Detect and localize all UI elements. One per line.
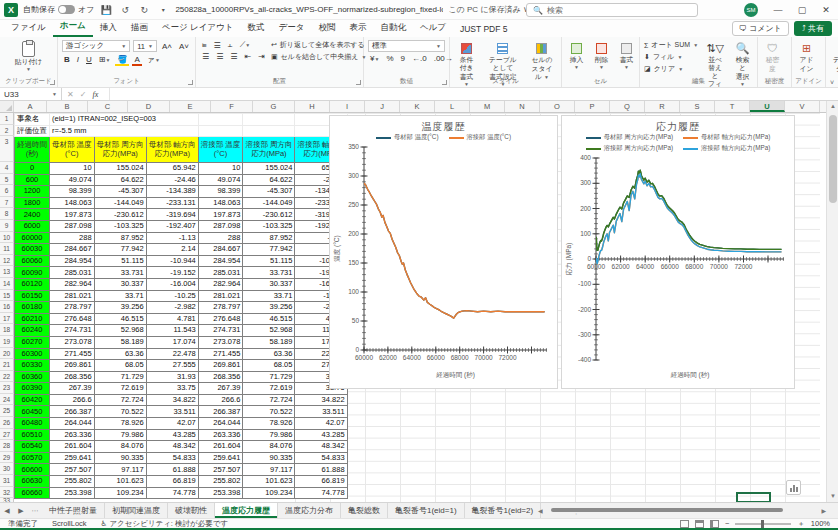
cell[interactable]: 281.021 — [198, 290, 243, 302]
cell[interactable]: 257.507 — [198, 464, 243, 476]
cell[interactable]: 68.05 — [94, 360, 146, 372]
cell[interactable]: 60390 — [15, 383, 50, 395]
percent-button[interactable]: % — [384, 54, 395, 63]
row-header-27[interactable]: 27 — [0, 429, 14, 441]
cell[interactable]: 97.117 — [243, 464, 295, 476]
row-header-19[interactable]: 19 — [0, 336, 14, 348]
cell[interactable]: 263.336 — [198, 429, 243, 441]
insert-cells-button[interactable]: 挿入▼ — [566, 40, 587, 72]
column-header-A[interactable]: A — [14, 101, 47, 112]
cell[interactable]: 68.05 — [243, 360, 295, 372]
cell[interactable]: 155.024 — [243, 163, 295, 175]
cell[interactable]: 267.39 — [198, 383, 243, 395]
sheet-nav-left-icon[interactable]: ◀ — [0, 503, 14, 518]
cell[interactable]: 48.342 — [146, 441, 198, 453]
column-header-O[interactable]: O — [540, 101, 575, 112]
cell[interactable]: 65.942 — [146, 163, 198, 175]
row-header-28[interactable]: 28 — [0, 440, 14, 452]
column-header-T[interactable]: T — [715, 101, 750, 112]
cell[interactable]: 60420 — [15, 394, 50, 406]
orientation-button[interactable]: ⟋▼ — [238, 40, 253, 50]
cell[interactable]: 78.926 — [243, 418, 295, 430]
align-middle-button[interactable]: ☰ — [212, 41, 223, 50]
increase-indent-button[interactable]: ⇥ — [256, 52, 267, 61]
cell[interactable]: 33.511 — [146, 406, 198, 418]
ribbon-tab-ヘルプ[interactable]: ヘルプ — [413, 20, 453, 37]
normal-view-icon[interactable] — [680, 520, 689, 528]
cell[interactable]: 74.778 — [146, 487, 198, 499]
row-header-21[interactable]: 21 — [0, 359, 14, 371]
cell[interactable]: 60450 — [15, 406, 50, 418]
cell[interactable]: 77.942 — [94, 244, 146, 256]
cell[interactable]: 253.398 — [198, 487, 243, 499]
cell[interactable]: 71.729 — [94, 371, 146, 383]
row-header-1[interactable]: 1 — [0, 113, 14, 125]
cell[interactable]: 70.522 — [94, 406, 146, 418]
column-header-S[interactable]: S — [680, 101, 715, 112]
phonetic-button[interactable]: ァ▼ — [145, 54, 162, 65]
cell[interactable]: 46.515 — [94, 313, 146, 325]
align-top-button[interactable]: ⫢ — [200, 40, 209, 50]
cell[interactable]: 63.36 — [243, 348, 295, 360]
zoom-level[interactable]: 100% — [811, 519, 830, 528]
merge-center-button[interactable]: ▣セルを結合して中央揃え ▼ — [271, 52, 367, 62]
cell[interactable]: 72.619 — [243, 383, 295, 395]
cell[interactable]: 287.098 — [198, 220, 243, 232]
save-icon[interactable]: 💾 — [99, 5, 113, 15]
column-header-U[interactable]: U — [750, 101, 785, 112]
cell[interactable]: 74.778 — [295, 487, 347, 499]
cell[interactable]: -1.13 — [146, 232, 198, 244]
avatar[interactable]: SM — [744, 3, 758, 17]
cell[interactable]: 271.455 — [198, 348, 243, 360]
column-header-G[interactable]: G — [253, 101, 295, 112]
name-box[interactable]: U33▼ — [0, 88, 62, 100]
cell[interactable]: -2.982 — [146, 302, 198, 314]
excel-app-icon[interactable]: X — [4, 3, 18, 17]
cell[interactable]: 42.07 — [146, 418, 198, 430]
cell[interactable]: 63.36 — [94, 348, 146, 360]
cell[interactable]: 84.076 — [94, 441, 146, 453]
cell[interactable]: 284.954 — [50, 255, 95, 267]
cell[interactable]: 284.954 — [198, 255, 243, 267]
paste-button[interactable]: 貼り付け▼ — [12, 40, 46, 74]
analyze-data-button[interactable]: ◫ データ分析 — [830, 40, 838, 74]
addins-button[interactable]: ⊞ アドイン — [796, 40, 817, 74]
cell[interactable]: -103.325 — [243, 220, 295, 232]
align-bottom-button[interactable]: ⫠ — [226, 40, 235, 50]
ribbon-tab-表示[interactable]: 表示 — [342, 20, 373, 37]
cell[interactable]: 54.833 — [295, 452, 347, 464]
cell[interactable]: 268.356 — [50, 371, 95, 383]
italic-button[interactable]: I — [75, 55, 81, 64]
grow-font-button[interactable]: A˄ — [160, 42, 174, 51]
cell[interactable]: 257.507 — [50, 464, 95, 476]
cell[interactable]: 1800 — [15, 197, 50, 209]
dialog-launcher-icon[interactable] — [442, 80, 447, 85]
column-title[interactable]: 溶接部 周方向応力(MPa) — [243, 137, 295, 163]
cancel-icon[interactable]: ✕ — [67, 90, 74, 99]
row-header-20[interactable]: 20 — [0, 348, 14, 360]
row-header-10[interactable]: 10 — [0, 232, 14, 244]
cell[interactable]: 33.731 — [94, 267, 146, 279]
cell[interactable]: 282.964 — [50, 278, 95, 290]
sheet-tab-中性子照射量[interactable]: 中性子照射量 — [42, 503, 105, 518]
cell[interactable]: 72.619 — [94, 383, 146, 395]
cell[interactable]: 276.648 — [198, 313, 243, 325]
cell[interactable]: 33.75 — [146, 383, 198, 395]
column-header-R[interactable]: R — [645, 101, 680, 112]
clear-button[interactable]: ◪クリア ▼ — [644, 64, 698, 74]
row-header-29[interactable]: 29 — [0, 452, 14, 464]
cell[interactable]: -19.152 — [146, 267, 198, 279]
cell[interactable]: 255.802 — [198, 476, 243, 488]
cell[interactable]: 6000 — [15, 220, 50, 232]
cell[interactable]: 64.622 — [243, 174, 295, 186]
cell[interactable]: 49.074 — [198, 174, 243, 186]
sheet-tab-温度応力分布[interactable]: 温度応力分布 — [278, 503, 341, 518]
cell[interactable]: 278.797 — [50, 302, 95, 314]
ribbon-tab-数式[interactable]: 数式 — [240, 20, 271, 37]
cell[interactable]: 263.336 — [50, 429, 95, 441]
cell[interactable]: 60570 — [15, 452, 50, 464]
enter-icon[interactable]: ✓ — [80, 90, 87, 99]
fill-color-button[interactable]: 🪣 — [115, 55, 129, 64]
cell[interactable]: 60120 — [15, 278, 50, 290]
cell[interactable]: 101.623 — [243, 476, 295, 488]
